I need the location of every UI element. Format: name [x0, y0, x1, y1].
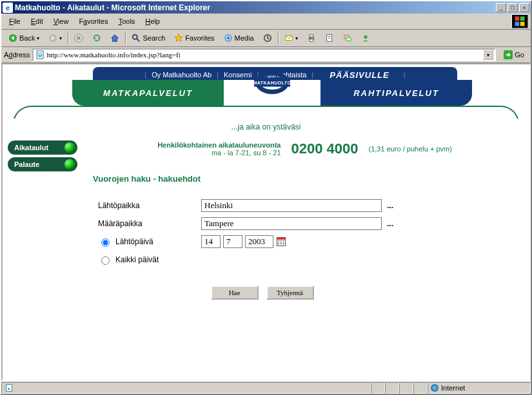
address-bar: Address e http://www.matkahuolto.info/in…: [1, 47, 531, 63]
page-ready-icon: e: [5, 383, 14, 392]
month-input[interactable]: [223, 235, 242, 248]
media-button[interactable]: Media: [221, 32, 257, 44]
sidebar-feedback[interactable]: Palaute: [8, 157, 77, 171]
led-icon: [64, 159, 75, 169]
edit-button[interactable]: [322, 32, 337, 44]
radio-all-days[interactable]: [101, 256, 110, 265]
favorites-label: Favorites: [185, 34, 214, 42]
status-cell-1: [371, 382, 385, 394]
topnav-company[interactable]: Oy Matkahuolto Ab: [152, 71, 212, 79]
day-input[interactable]: [201, 235, 221, 248]
section-title: Vuorojen haku - hakuehdot: [93, 174, 201, 184]
security-zone: Internet: [428, 382, 531, 394]
search-form: Lähtöpaikka ... Määräpaikka ... Lähtöpäi…: [98, 197, 504, 300]
address-input[interactable]: e http://www.matkahuolto.info/index.jsp?…: [32, 48, 496, 61]
search-button[interactable]: Search: [128, 32, 168, 44]
from-lookup[interactable]: ...: [387, 201, 393, 210]
star-icon: [174, 34, 183, 43]
svg-rect-20: [346, 37, 351, 41]
history-icon: [263, 34, 272, 43]
close-button[interactable]: ×: [519, 3, 529, 12]
led-icon: [64, 142, 75, 153]
radio-departure-label: Lähtöpäivä: [115, 237, 153, 246]
ie-throbber-icon: [511, 14, 528, 28]
radio-all-label: Kaikki päivät: [115, 255, 159, 264]
tab-travel[interactable]: MATKAPALVELUT: [72, 80, 224, 106]
media-label: Media: [235, 34, 254, 42]
messenger-button[interactable]: [358, 32, 373, 44]
status-bar: e Internet: [1, 381, 531, 394]
svg-rect-2: [515, 22, 520, 26]
search-button[interactable]: Hae: [211, 285, 259, 300]
stop-button[interactable]: [71, 32, 86, 44]
history-button[interactable]: [260, 32, 275, 44]
menu-help[interactable]: Help: [140, 16, 165, 26]
refresh-button[interactable]: [89, 32, 104, 44]
advice-text: Henkilökohtainen aikatauluneuvonta ma - …: [157, 141, 281, 157]
zone-label: Internet: [441, 384, 465, 392]
menu-view[interactable]: View: [48, 16, 74, 26]
status-cell-2: [385, 382, 399, 394]
url-text: http://www.matkahuolto.info/index.jsp?la…: [46, 51, 483, 59]
ie-app-icon: e: [3, 3, 13, 13]
topnav-main[interactable]: PÄÄSIVULLE: [330, 70, 389, 80]
window-title: Matkahuolto - Aikataulut - Microsoft Int…: [15, 3, 495, 12]
logo-area: MATKAHUOLTO: [224, 80, 320, 106]
media-icon: [224, 34, 233, 43]
menu-bar: File Edit View Favorites Tools Help: [1, 14, 531, 30]
address-dropdown[interactable]: ▾: [483, 50, 493, 60]
forward-arrow-icon: [48, 34, 57, 43]
maximize-button[interactable]: □: [507, 3, 518, 12]
radio-departure-date[interactable]: [101, 238, 110, 247]
toolbar: Back ▾ ▾ Search Favorites Media: [1, 30, 531, 47]
svg-text:e: e: [39, 53, 41, 58]
status-cell-3: [399, 382, 413, 394]
refresh-icon: [92, 34, 101, 43]
svg-rect-1: [520, 17, 525, 21]
tabs-row: MATKAPALVELUT MATKAHUOLTO RAHTIPALVELUT: [72, 80, 472, 106]
status-main: e: [1, 382, 371, 394]
chevron-down-icon[interactable]: ▾: [37, 35, 39, 41]
back-button[interactable]: Back ▾: [5, 32, 43, 44]
search-icon: [132, 34, 141, 43]
to-lookup[interactable]: ...: [387, 219, 393, 228]
forward-button[interactable]: ▾: [45, 32, 65, 44]
menu-favorites[interactable]: Favorites: [74, 16, 113, 26]
search-label: Search: [143, 34, 165, 42]
menu-edit[interactable]: Edit: [26, 16, 48, 26]
to-input[interactable]: [201, 217, 382, 230]
chevron-down-icon[interactable]: ▾: [59, 35, 62, 41]
clear-button[interactable]: Tyhjennä: [266, 285, 314, 300]
calendar-icon[interactable]: [277, 237, 286, 246]
slogan-text: ...ja aika on ystäväsi: [3, 122, 529, 131]
status-cell-4: [413, 382, 428, 394]
go-label: Go: [515, 51, 524, 59]
decorative-curve: [13, 106, 519, 124]
print-button[interactable]: [304, 32, 319, 44]
sidebar-feedback-label: Palaute: [14, 160, 39, 168]
svg-rect-3: [520, 22, 525, 26]
chevron-down-icon[interactable]: ▾: [295, 35, 298, 41]
to-label: Määräpaikka: [98, 219, 201, 228]
price-info: (1,31 euro / puhelu + pvm): [369, 145, 452, 153]
discuss-button[interactable]: [340, 32, 355, 44]
mail-button[interactable]: ▾: [281, 32, 301, 44]
menu-tools[interactable]: Tools: [113, 16, 141, 26]
minimize-button[interactable]: _: [496, 3, 506, 12]
back-arrow-icon: [8, 34, 17, 43]
tab-freight[interactable]: RAHTIPALVELUT: [320, 80, 472, 106]
page-icon: e: [35, 50, 45, 60]
svg-text:e: e: [8, 385, 10, 390]
globe-icon: [431, 384, 438, 392]
home-icon: [110, 34, 119, 43]
svg-point-21: [364, 35, 367, 39]
stop-icon: [74, 34, 83, 43]
sidebar-timetables[interactable]: Aikataulut: [8, 140, 77, 155]
home-button[interactable]: [107, 32, 123, 44]
year-input[interactable]: [245, 235, 273, 248]
go-button[interactable]: Go: [500, 49, 528, 61]
from-input[interactable]: [201, 199, 382, 212]
phone-number: 0200 4000: [291, 140, 359, 157]
menu-file[interactable]: File: [4, 16, 26, 26]
favorites-button[interactable]: Favorites: [171, 32, 217, 44]
